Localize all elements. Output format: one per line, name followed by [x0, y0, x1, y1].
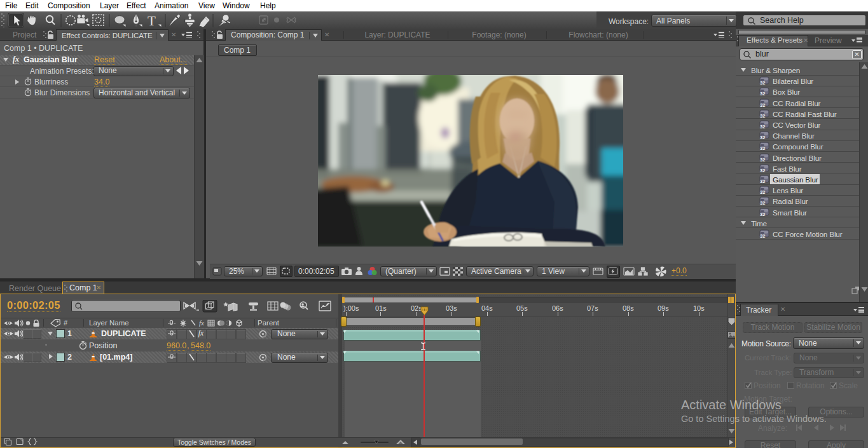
svg-text:32: 32 [760, 135, 765, 140]
svg-text:32: 32 [760, 112, 765, 118]
svg-text:32: 32 [760, 146, 765, 151]
svg-text:32: 32 [760, 91, 765, 96]
svg-text:fx: fx [199, 319, 204, 327]
svg-text:32: 32 [760, 200, 765, 205]
svg-text:32: 32 [760, 124, 765, 129]
svg-text:32: 32 [760, 233, 765, 238]
svg-text:32: 32 [760, 80, 765, 85]
svg-text:32: 32 [760, 179, 765, 184]
svg-text:32: 32 [760, 189, 765, 194]
svg-text:32: 32 [760, 167, 765, 172]
svg-text:T: T [148, 13, 156, 29]
svg-text:32: 32 [760, 102, 765, 107]
svg-text:32: 32 [760, 156, 765, 161]
svg-text:32: 32 [760, 211, 765, 216]
